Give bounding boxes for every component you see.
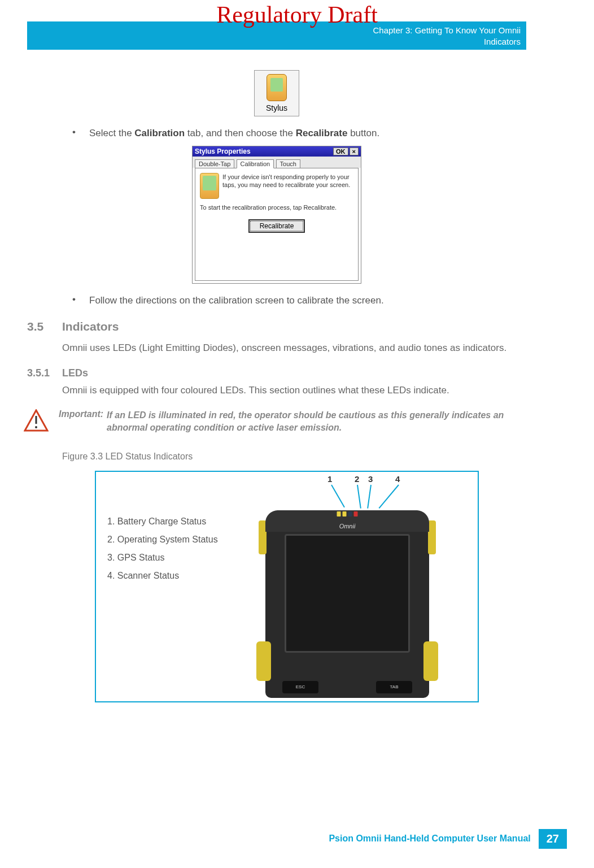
- tab-touch[interactable]: Touch: [276, 159, 300, 168]
- section-title: Indicators: [62, 320, 119, 333]
- callout-4: 4: [395, 474, 400, 484]
- callout-2: 2: [355, 474, 359, 484]
- key-esc: ESC: [282, 681, 318, 693]
- stylus-mini-icon: [200, 173, 219, 199]
- dialog-body: If your device isn't responding properly…: [195, 168, 359, 281]
- bullet-1-text: Select the Calibration tab, and then cho…: [89, 127, 526, 140]
- page-footer: Psion Omnii Hand-Held Computer User Manu…: [321, 829, 567, 849]
- text-bold: Calibration: [134, 128, 185, 138]
- bullet-2-text: Follow the directions on the calibration…: [89, 294, 526, 307]
- dialog-tabs: Double-Tap Calibration Touch: [193, 157, 361, 168]
- dialog-titlebar: Stylus Properties OK ×: [193, 146, 361, 157]
- stylus-properties-dialog: Stylus Properties OK × Double-Tap Calibr…: [192, 146, 361, 284]
- legend-1: 1. Battery Charge Status: [107, 513, 218, 531]
- section-3-5-1: 3.5.1 LEDs: [27, 367, 526, 379]
- section-3-5-1-body: Omnii is equipped with four coloured LED…: [62, 384, 526, 398]
- header-line-2: Indicators: [33, 36, 521, 47]
- device-grip-right: [423, 641, 438, 681]
- page-content: Stylus • Select the Calibration tab, and…: [27, 62, 526, 823]
- legend-2: 2. Operating System Status: [107, 531, 218, 549]
- stylus-icon: [267, 74, 287, 101]
- close-button[interactable]: ×: [350, 147, 359, 155]
- important-label: Important:: [59, 409, 103, 435]
- section-3-5: 3.5 Indicators: [27, 320, 526, 333]
- tab-double-tap[interactable]: Double-Tap: [195, 159, 234, 168]
- text-bold: Recalibrate: [296, 128, 348, 138]
- bullet-2: • Follow the directions on the calibrati…: [72, 294, 526, 307]
- text: Select the: [89, 128, 134, 138]
- led-1: [337, 511, 341, 517]
- dialog-text-1: If your device isn't responding properly…: [222, 173, 353, 199]
- led-3: [348, 511, 352, 517]
- text: button.: [347, 128, 379, 138]
- important-note: Important: If an LED is illuminated in r…: [27, 409, 526, 435]
- device-keys: ESC TAB: [282, 681, 412, 693]
- key-tab: TAB: [376, 681, 412, 693]
- led-2: [343, 511, 347, 517]
- footer-page-number: 27: [539, 829, 567, 849]
- stylus-icon-label: Stylus: [257, 103, 296, 112]
- section-number: 3.5: [27, 320, 62, 333]
- led-4: [354, 511, 358, 517]
- callout-3: 3: [368, 474, 373, 484]
- important-text: If an LED is illuminated in red, the ope…: [107, 409, 526, 435]
- tab-calibration[interactable]: Calibration: [237, 159, 274, 168]
- footer-manual-title: Psion Omnii Hand-Held Computer User Manu…: [321, 829, 538, 849]
- text: tab, and then choose the: [185, 128, 296, 138]
- stylus-icon-box: Stylus: [254, 70, 299, 116]
- legend-4: 4. Scanner Status: [107, 567, 218, 585]
- bullet-marker: •: [72, 127, 89, 140]
- section-3-5-body: Omnii uses LEDs (Light Emitting Diodes),…: [62, 341, 526, 355]
- callout-1: 1: [327, 474, 332, 484]
- dialog-title: Stylus Properties: [195, 147, 332, 155]
- bullet-marker: •: [72, 294, 89, 307]
- omnii-device: Omnii ESC TAB: [260, 494, 435, 698]
- figure-caption: Figure 3.3 LED Status Indicators: [62, 452, 526, 462]
- ok-button[interactable]: OK: [333, 147, 348, 155]
- device-brand: Omnii: [260, 523, 435, 530]
- led-legend: 1. Battery Charge Status 2. Operating Sy…: [107, 513, 218, 585]
- device-grip-left: [256, 641, 271, 681]
- led-strip: [337, 511, 358, 517]
- legend-3: 3. GPS Status: [107, 549, 218, 567]
- section-number: 3.5.1: [27, 367, 62, 379]
- section-title: LEDs: [62, 367, 88, 379]
- watermark-text: Regulatory Draft: [0, 1, 594, 28]
- figure-3-3: 1. Battery Charge Status 2. Operating Sy…: [95, 471, 479, 702]
- dialog-text-2: To start the recalibration process, tap …: [200, 203, 353, 211]
- bullet-1: • Select the Calibration tab, and then c…: [72, 127, 526, 140]
- svg-point-2: [35, 426, 37, 428]
- device-screen: [285, 534, 410, 653]
- recalibrate-button[interactable]: Recalibrate: [248, 219, 305, 233]
- warning-icon: [24, 409, 49, 432]
